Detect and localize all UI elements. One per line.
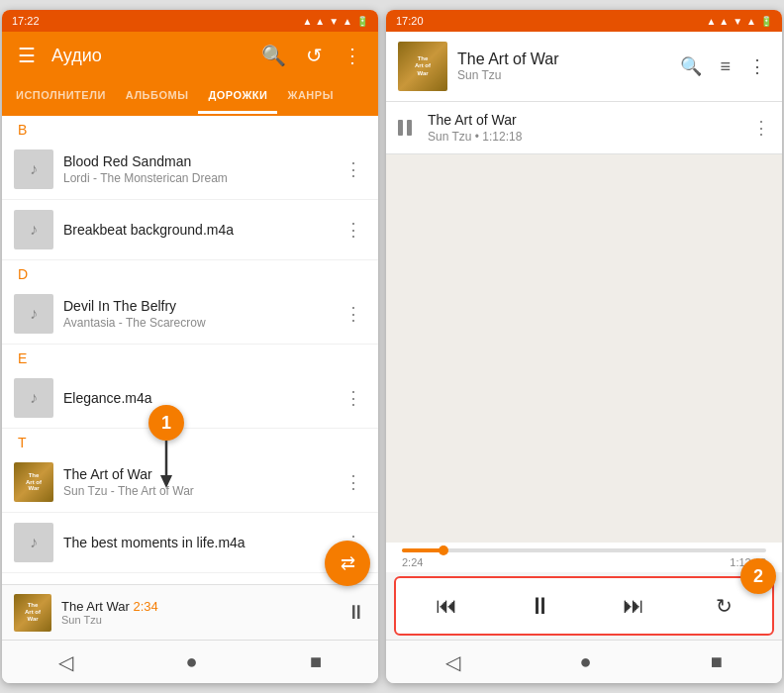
track-name: The best moments in life.m4a [63, 535, 331, 550]
now-playing-row[interactable]: The Art of War Sun Tzu • 1:12:18 ⋮ [386, 102, 782, 154]
section-e: E [2, 345, 378, 368]
time-left: 17:22 [12, 15, 40, 27]
timer-icon[interactable]: ↺ [302, 40, 327, 71]
playing-indicator [398, 118, 418, 138]
player-artist: Sun Tzu [61, 614, 337, 626]
player-pause-button[interactable]: ⏸ [346, 601, 366, 624]
tab-artists[interactable]: ИСПОЛНИТЕЛИ [6, 79, 116, 114]
phone2-header: TheArt ofWar The Art of War Sun Tzu 🔍 ≡ … [386, 32, 782, 102]
svg-marker-1 [160, 475, 172, 488]
menu-icon[interactable]: ☰ [14, 40, 40, 71]
search-icon-left[interactable]: 🔍 [257, 40, 290, 71]
section-d: D [2, 260, 378, 284]
list-item[interactable]: ♪ Blood Red Sandman Lordi - The Monsteri… [2, 140, 378, 200]
track-thumb: ♪ [14, 210, 53, 249]
ph2-header-info: The Art of War Sun Tzu [457, 50, 666, 82]
back-button[interactable]: ◁ [50, 643, 81, 682]
status-bar-left: 17:22 ▲ ▲ ▼ ▲ 🔋 [2, 10, 378, 32]
now-playing-more-icon[interactable]: ⋮ [752, 117, 770, 139]
tab-albums[interactable]: АЛЬБОМЫ [116, 79, 199, 114]
track-more-icon[interactable]: ⋮ [341, 215, 366, 245]
nav-bar-right: ◁ ● ■ [386, 640, 782, 683]
progress-dot [439, 545, 448, 555]
list-item[interactable]: ♪ Breakbeat background.m4a ⋮ [2, 200, 378, 260]
list-item[interactable]: ♪ Devil In The Belfry Avantasia - The Sc… [2, 284, 378, 345]
status-bar-right: 17:20 ▲ ▲ ▼ ▲ 🔋 [386, 10, 782, 32]
now-playing-info: The Art of War Sun Tzu • 1:12:18 [428, 112, 742, 144]
nav-bar-left: ◁ ● ■ [2, 640, 378, 683]
playback-controls-container: ⏮ ⏸ ⏭ ↻ 2 [394, 576, 774, 636]
home-button[interactable]: ● [177, 643, 205, 681]
ph2-track-title: The Art of War [457, 50, 666, 68]
track-info: Breakbeat background.m4a [63, 222, 331, 238]
status-icons-left: ▲ ▲ ▼ ▲ 🔋 [303, 16, 368, 27]
status-icons-right: ▲ ▲ ▼ ▲ 🔋 [707, 16, 772, 27]
more-icon-left[interactable]: ⋮ [339, 40, 366, 71]
track-sub: Avantasia - The Scarecrow [63, 316, 331, 330]
player-info: The Art War 2:34 Sun Tzu [61, 599, 337, 626]
ph2-list-icon[interactable]: ≡ [716, 52, 735, 81]
track-more-icon[interactable]: ⋮ [341, 299, 366, 329]
track-info: The Art of War Sun Tzu - The Art of War [63, 466, 331, 498]
ph2-track-sub: Sun Tzu [457, 68, 666, 82]
playback-controls: ⏮ ⏸ ⏭ ↻ [400, 586, 768, 626]
pause-button[interactable]: ⏸ [519, 586, 562, 626]
arrow-1 [156, 441, 176, 490]
player-bar: TheArt ofWar The Art War 2:34 Sun Tzu ⏸ [2, 584, 378, 640]
shuffle-fab[interactable]: ⇄ [325, 541, 370, 586]
track-thumb: ♪ [14, 294, 53, 334]
track-name: Elegance.m4a [63, 390, 331, 406]
track-more-icon[interactable]: ⋮ [341, 383, 366, 413]
track-name: Devil In The Belfry [63, 298, 331, 314]
list-item[interactable]: ♪ The best moments in life.m4a ⋮ [2, 513, 378, 573]
annotation-2: 2 [740, 558, 776, 594]
next-button[interactable]: ⏭ [613, 587, 654, 625]
list-item[interactable]: TheArt ofWar The Art of War Sun Tzu - Th… [2, 452, 378, 513]
progress-current: 2:24 [402, 556, 423, 568]
track-thumb: ♪ [14, 149, 53, 189]
annotation-1: 1 [148, 405, 184, 441]
now-playing-sub: Sun Tzu • 1:12:18 [428, 130, 742, 144]
section-b: B [2, 116, 378, 140]
recents-button[interactable]: ■ [302, 643, 330, 681]
track-sub: Lordi - The Monsterican Dream [63, 171, 331, 185]
track-info: Blood Red Sandman Lordi - The Monsterica… [63, 153, 331, 185]
app-bar-left: ☰ Аудио 🔍 ↺ ⋮ [2, 32, 378, 79]
time-right: 17:20 [396, 15, 424, 27]
now-playing-name: The Art of War [428, 112, 742, 128]
track-info: The best moments in life.m4a [63, 535, 331, 550]
ph2-more-icon[interactable]: ⋮ [744, 51, 770, 81]
track-info: Devil In The Belfry Avantasia - The Scar… [63, 298, 331, 330]
prev-button[interactable]: ⏮ [426, 587, 467, 625]
back-button-right[interactable]: ◁ [438, 643, 468, 682]
recents-button-right[interactable]: ■ [703, 643, 731, 681]
track-info: Elegance.m4a [63, 390, 331, 406]
player-art: TheArt ofWar [14, 594, 51, 632]
section-t: T [2, 429, 378, 452]
tab-genres[interactable]: ЖАНРЫ [277, 79, 343, 114]
home-button-right[interactable]: ● [571, 643, 599, 681]
progress-section: 2:24 1:12:18 [386, 543, 782, 572]
album-art-area [386, 154, 782, 543]
track-list: B ♪ Blood Red Sandman Lordi - The Monste… [2, 116, 378, 584]
track-thumb: ♪ [14, 523, 53, 562]
track-more-icon[interactable]: ⋮ [341, 154, 366, 184]
tab-tracks[interactable]: ДОРОЖКИ [198, 79, 277, 114]
track-name: Breakbeat background.m4a [63, 222, 331, 238]
track-sub: Sun Tzu - The Art of War [63, 484, 331, 498]
list-item[interactable]: ♪ Elegance.m4a ⋮ [2, 368, 378, 429]
track-name: Blood Red Sandman [63, 153, 331, 169]
ph2-search-icon[interactable]: 🔍 [676, 51, 706, 81]
art-war-thumb: TheArt ofWar [14, 462, 53, 502]
app-title-left: Аудио [51, 46, 245, 66]
track-name: The Art of War [63, 466, 331, 482]
player-title: The Art War 2:34 [61, 599, 337, 614]
repeat-button[interactable]: ↻ [706, 588, 742, 624]
track-thumb: ♪ [14, 378, 53, 418]
ph2-art-thumb: TheArt ofWar [398, 42, 447, 91]
track-more-icon[interactable]: ⋮ [341, 467, 366, 497]
tabs-left: ИСПОЛНИТЕЛИ АЛЬБОМЫ ДОРОЖКИ ЖАНРЫ [2, 79, 378, 116]
